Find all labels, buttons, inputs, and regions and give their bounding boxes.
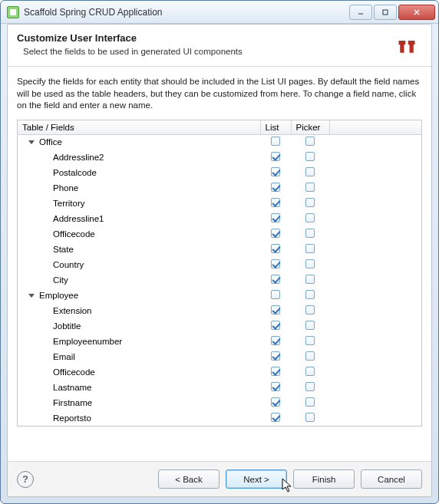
picker-checkbox[interactable] (305, 367, 315, 376)
field-label[interactable]: Reportsto (53, 413, 91, 423)
table-row[interactable]: Employeenumber (18, 334, 421, 349)
table-row[interactable]: Officecode (18, 226, 421, 242)
expand-caret-icon[interactable] (28, 140, 35, 144)
svg-rect-6 (399, 41, 406, 44)
field-label[interactable]: Officecode (53, 229, 95, 239)
picker-checkbox[interactable] (305, 351, 315, 361)
table-row[interactable]: Extension (18, 303, 421, 318)
list-checkbox[interactable] (271, 213, 280, 222)
back-button[interactable]: < Back (158, 469, 220, 489)
picker-checkbox[interactable] (305, 290, 315, 299)
picker-checkbox[interactable] (305, 198, 315, 207)
table-row[interactable]: Country (18, 257, 421, 272)
table-row[interactable]: Firstname (18, 395, 421, 410)
field-label[interactable]: Office (39, 137, 62, 147)
spacer-cell (329, 134, 421, 150)
col-header-list[interactable]: List (260, 120, 291, 135)
list-checkbox[interactable] (271, 137, 280, 146)
col-header-spacer (329, 120, 421, 135)
list-checkbox[interactable] (271, 183, 280, 192)
field-label[interactable]: Employee (39, 291, 78, 300)
table-row[interactable]: Reportsto (18, 410, 421, 426)
field-label[interactable]: Addressline1 (53, 214, 104, 223)
col-header-picker[interactable]: Picker (291, 120, 329, 135)
picker-checkbox[interactable] (305, 382, 315, 391)
table-row[interactable]: Office (18, 134, 421, 150)
field-label[interactable]: Email (53, 352, 75, 361)
picker-checkbox[interactable] (305, 137, 315, 146)
picker-checkbox[interactable] (305, 259, 315, 268)
spacer-cell (329, 272, 421, 288)
close-button[interactable] (398, 5, 435, 20)
table-row[interactable]: Addressline1 (18, 211, 421, 226)
page-title: Customize User Interface (17, 32, 391, 44)
list-checkbox[interactable] (271, 290, 280, 299)
list-checkbox[interactable] (271, 198, 280, 207)
picker-checkbox[interactable] (305, 321, 315, 330)
picker-checkbox[interactable] (305, 397, 315, 407)
list-checkbox[interactable] (271, 244, 280, 253)
next-button[interactable]: Next > (226, 469, 287, 489)
field-label[interactable]: Extension (53, 306, 92, 315)
field-label[interactable]: Country (53, 260, 84, 269)
list-checkbox[interactable] (271, 152, 280, 161)
instructions-text: Specify the fields for each entity that … (17, 76, 422, 112)
picker-checkbox[interactable] (305, 213, 315, 222)
table-row[interactable]: Territory (18, 196, 421, 211)
list-checkbox[interactable] (271, 167, 280, 176)
list-checkbox[interactable] (271, 413, 280, 422)
field-label[interactable]: Territory (53, 199, 85, 208)
field-label[interactable]: Employeenumber (53, 337, 122, 346)
field-label[interactable]: Firstname (53, 398, 92, 407)
field-label[interactable]: Postalcode (53, 168, 97, 177)
table-row[interactable]: Jobtitle (18, 318, 421, 334)
field-label[interactable]: Jobtitle (53, 321, 81, 331)
picker-checkbox[interactable] (305, 183, 315, 192)
picker-checkbox[interactable] (305, 229, 315, 238)
field-label[interactable]: State (53, 245, 74, 254)
page-subtitle: Select the fields to be used in generate… (23, 47, 391, 56)
list-checkbox[interactable] (271, 351, 280, 361)
table-row[interactable]: City (18, 272, 421, 288)
list-checkbox[interactable] (271, 382, 280, 391)
help-icon[interactable]: ? (17, 471, 34, 488)
minimize-button[interactable] (349, 5, 372, 20)
finish-button[interactable]: Finish (293, 469, 355, 489)
field-label[interactable]: City (53, 275, 68, 285)
picker-checkbox[interactable] (305, 413, 315, 422)
field-label[interactable]: Lastname (53, 383, 92, 392)
maximize-button[interactable] (374, 5, 397, 20)
table-row[interactable]: Email (18, 349, 421, 364)
table-row[interactable]: Addressline2 (18, 150, 421, 165)
list-checkbox[interactable] (271, 275, 280, 284)
picker-checkbox[interactable] (305, 167, 315, 176)
picker-checkbox[interactable] (305, 244, 315, 253)
table-row[interactable]: Officecode (18, 364, 421, 380)
spacer-cell (329, 364, 421, 380)
list-checkbox[interactable] (271, 229, 280, 238)
table-row[interactable]: Phone (18, 180, 421, 196)
cancel-button[interactable]: Cancel (361, 469, 422, 489)
list-checkbox[interactable] (271, 397, 280, 407)
list-checkbox[interactable] (271, 305, 280, 315)
table-row[interactable]: Lastname (18, 380, 421, 395)
col-header-fields[interactable]: Table / Fields (18, 120, 260, 135)
spacer-cell (329, 349, 421, 364)
picker-checkbox[interactable] (305, 275, 315, 284)
table-row[interactable]: Postalcode (18, 165, 421, 180)
picker-checkbox[interactable] (305, 305, 315, 315)
picker-checkbox[interactable] (305, 152, 315, 161)
spacer-cell (329, 165, 421, 180)
field-label[interactable]: Officecode (53, 367, 95, 377)
list-checkbox[interactable] (271, 259, 280, 268)
picker-checkbox[interactable] (305, 336, 315, 345)
list-checkbox[interactable] (271, 336, 280, 345)
field-label[interactable]: Phone (53, 183, 78, 193)
list-checkbox[interactable] (271, 367, 280, 376)
field-label[interactable]: Addressline2 (53, 153, 104, 162)
table-row[interactable]: State (18, 242, 421, 257)
button-bar: ? < Back Next > Finish Cancel (8, 461, 431, 496)
list-checkbox[interactable] (271, 321, 280, 330)
table-row[interactable]: Employee (18, 288, 421, 303)
expand-caret-icon[interactable] (28, 294, 35, 298)
